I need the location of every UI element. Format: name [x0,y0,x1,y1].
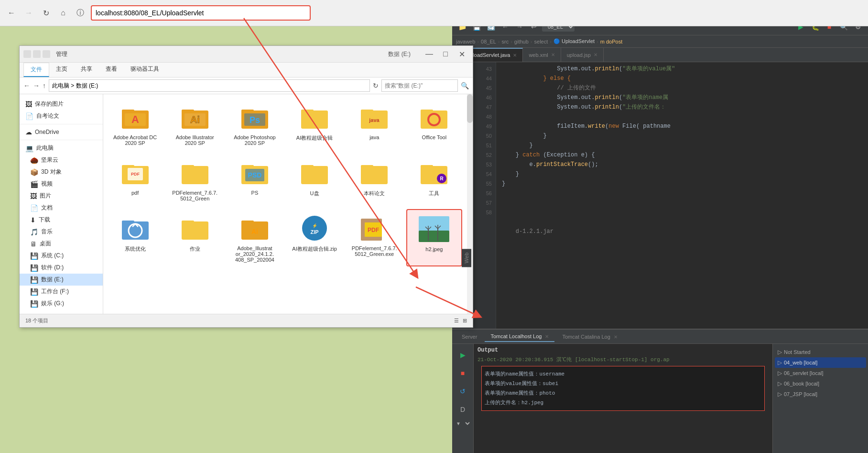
server-dropdown[interactable]: ▼ [454,420,471,427]
run-item-07jsp[interactable]: ▷ 07_JSP [local] [775,389,866,399]
code-editor[interactable]: System.out.println("表单项的value属" } else {… [496,62,868,329]
scrollbar-thumb[interactable] [467,94,473,123]
ribbon-tab-view[interactable]: 查看 [99,63,124,77]
file-item-office-tool[interactable]: Office Tool [406,98,462,150]
file-item-ps[interactable]: PSD PS [227,154,282,205]
server-run-btn[interactable]: ▶ [456,348,470,362]
minimize-button[interactable]: — [422,49,436,59]
sidebar-item-drive-e[interactable]: 💾 数据 (E:) [20,274,103,286]
svg-text:ZIP: ZIP [311,229,319,235]
file-item-pdf[interactable]: PDF pdf [107,154,163,205]
breadcrumb-github[interactable]: github [514,39,529,44]
address-path[interactable]: 此电脑 > 数据 (E:) [49,79,370,92]
info-button[interactable]: ⓘ [74,6,87,20]
breadcrumb-src[interactable]: src [502,39,509,44]
file-item-pdfelement-exe[interactable]: PDF PDFelement_7.6.7.5012_Green.exe [347,209,402,266]
tab-uploadjsp[interactable]: upload.jsp ✕ [561,48,604,62]
bottom-tab-tomcat-localhost[interactable]: Tomcat Localhost Log ✕ [485,331,554,342]
svg-rect-35 [361,165,373,171]
url-input[interactable]: localhost:8080/08_EL/UploadServlet [91,5,311,21]
sidebar-item-music[interactable]: 🎵 音乐 [20,226,103,238]
addr-up[interactable]: ↑ [43,82,46,89]
search-icon[interactable]: 🔍 [461,82,469,89]
sidebar-icon-drive-f: 💾 [30,288,38,296]
server-restart-btn[interactable]: ↺ [456,384,470,398]
ribbon-tab-file[interactable]: 文件 [23,63,49,77]
svg-text:A: A [131,113,139,125]
sidebar-item-drive-f[interactable]: 💾 工作台 (F:) [20,286,103,298]
close-button[interactable]: ✕ [455,49,469,59]
addr-refresh[interactable]: ↻ [373,82,379,89]
bottom-tab-localhost-close[interactable]: ✕ [545,334,549,339]
tab-webxml[interactable]: web.xml ✕ [523,48,561,62]
file-item-thesis[interactable]: 本科论文 [347,154,402,205]
view-icon-grid[interactable]: ⊞ [463,318,467,324]
ribbon-tab-share[interactable]: 共享 [74,63,99,77]
forward-button[interactable]: → [22,6,35,20]
file-item-ai-tutorial[interactable]: AI教程超级合辑 [286,98,342,150]
sidebar-item-desktop[interactable]: 🖥 桌面 [20,238,103,250]
tab-close-uploadservlet[interactable]: ✕ [513,53,517,58]
sidebar-item-thispc[interactable]: 💻 此电脑 [20,142,103,154]
svg-rect-55 [419,231,449,242]
file-item-udisk[interactable]: U盘 [286,154,342,205]
addr-back[interactable]: ← [23,82,30,89]
sidebar-item-documents[interactable]: 📄 文档 [20,202,103,214]
breadcrumb-uploadservlet[interactable]: 🔵 UploadServlet [553,38,595,44]
sidebar-item-pictures[interactable]: 🖼 图片 [20,190,103,202]
file-item-photoshop[interactable]: Ps Adobe Photoshop 2020 SP [227,98,282,150]
run-item-not-started[interactable]: ▷ Not Started [775,347,866,357]
file-item-sysopt[interactable]: 系统优化 [107,209,163,266]
sidebar-item-onedrive[interactable]: ☁ OneDrive [20,126,103,138]
code-line-51: } [496,141,868,150]
sidebar-item-3d[interactable]: 📦 3D 对象 [20,166,103,178]
run-item-06servlet[interactable]: ▷ 06_servlet [local] [775,368,866,378]
run-item-04web[interactable]: ▷ 04_web [local] [775,357,866,368]
file-item-acrobat[interactable]: A Adobe Acrobat DC 2020 SP [107,98,163,150]
line-numbers: 43 44 45 46 47 48 49 50 51 52 53 54 55 5… [472,62,496,329]
file-item-ai-installer[interactable]: Ai Adobe_Illustrat or_2020_24.1.2. 408_S… [227,209,282,266]
bottom-tab-server[interactable]: Server [456,332,483,342]
line-num-47: 47 [472,102,496,112]
breadcrumb-08el[interactable]: 08_EL [481,39,496,44]
sidebar-item-saved-pictures[interactable]: 🖼 保存的图片 [20,98,103,110]
scrollbar-track[interactable] [467,94,473,314]
search-input[interactable] [381,79,458,92]
file-item-pdfelement[interactable]: PDFelement_7.6.7.5012_Green [167,154,223,205]
sidebar-item-drive-g[interactable]: 💾 娱乐 (G:) [20,298,103,309]
file-item-tools[interactable]: R 工具 [406,154,462,205]
sidebar-label-3d: 3D 对象 [41,168,62,176]
sidebar-item-drive-d[interactable]: 💾 软件 (D:) [20,262,103,274]
sidebar-item-drive-c[interactable]: 💾 系统 (C:) [20,250,103,262]
server-d-btn[interactable]: D [456,402,470,417]
breadcrumb-dopost[interactable]: m doPost [600,39,622,44]
sidebar-item-video[interactable]: 🎬 视频 [20,178,103,190]
maximize-button[interactable]: □ [438,49,453,59]
refresh-button[interactable]: ↻ [39,6,53,20]
home-button[interactable]: ⌂ [56,6,70,20]
breadcrumb-select[interactable]: select [534,39,548,44]
sidebar-item-jiguo[interactable]: 🌰 坚果云 [20,154,103,166]
file-item-zip[interactable]: ⚡ ZIP AI教程超级合辑.zip [286,209,342,266]
view-icon-list[interactable]: ☰ [454,318,459,324]
breadcrumb-javaweb[interactable]: javaweb [456,39,475,44]
back-button[interactable]: ← [5,6,18,20]
web-side-tab[interactable]: Web [462,249,471,267]
server-stop-btn[interactable]: ■ [456,366,470,380]
tab-close-uploadjsp[interactable]: ✕ [594,52,597,57]
sidebar-item-thesis[interactable]: 📄 自考论文 [20,110,103,122]
sidebar-item-downloads[interactable]: ⬇ 下载 [20,214,103,226]
bottom-tab-tomcat-catalina[interactable]: Tomcat Catalina Log ✕ [556,332,623,342]
file-item-homework[interactable]: 作业 [167,209,223,266]
tab-close-webxml[interactable]: ✕ [551,52,555,57]
bottom-tab-catalina-close[interactable]: ✕ [614,334,618,340]
svg-rect-44 [182,221,194,226]
file-item-illustrator[interactable]: Ai Adobe Illustrator 2020 SP [167,98,223,150]
file-icon-office-tool [419,102,449,133]
run-item-06book[interactable]: ▷ 06_book [local] [775,378,866,389]
ribbon-tab-home[interactable]: 主页 [49,63,74,77]
file-item-java[interactable]: java java [347,98,402,150]
file-item-h2jpeg[interactable]: h2.jpeg [406,209,462,266]
addr-forward[interactable]: → [33,82,40,89]
ribbon-tab-drive-tools[interactable]: 驱动器工具 [124,63,166,77]
